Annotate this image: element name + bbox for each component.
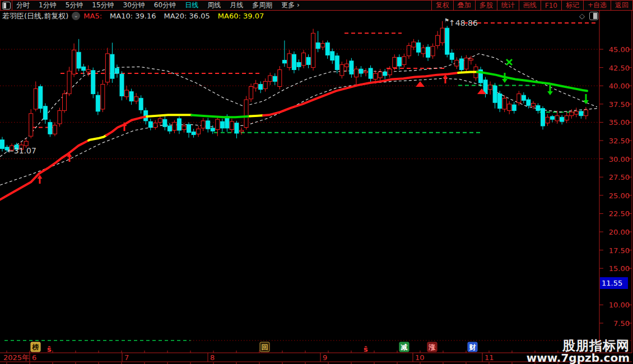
candle: [551, 116, 555, 119]
chevron-down-icon[interactable]: ⌄: [72, 12, 80, 20]
candle: [331, 52, 334, 60]
right-toolbar: 复权叠加多股统计画线F10标记+自选返回: [431, 1, 632, 10]
candle: [393, 57, 397, 67]
triangle-signal-icon: [416, 81, 425, 87]
candle: [464, 58, 468, 69]
candle: [345, 64, 348, 67]
tab-月线[interactable]: 月线: [230, 1, 243, 10]
candle: [201, 121, 205, 128]
candle: [120, 74, 124, 96]
candle: [565, 116, 569, 120]
candle: [282, 60, 286, 63]
event-s-marker[interactable]: ŝ: [47, 345, 52, 353]
candle: [450, 53, 454, 60]
candle: [445, 28, 449, 54]
candle: [340, 64, 344, 76]
candle: [459, 59, 463, 70]
button-+自选[interactable]: +自选: [583, 1, 611, 10]
layout-toggle-button[interactable]: [1, 1, 12, 10]
period-tabs: 分时1分钟5分钟15分钟30分钟60分钟日线周线月线多周期更多 ›: [12, 1, 431, 10]
candle: [182, 126, 186, 130]
candle: [498, 94, 502, 109]
candle: [86, 70, 90, 72]
candle: [139, 98, 143, 110]
tab-周线[interactable]: 周线: [207, 1, 221, 10]
candle: [134, 97, 138, 101]
candle: [383, 72, 387, 76]
sell-arrow-icon: [583, 94, 589, 104]
tab-多周期[interactable]: 多周期: [252, 1, 272, 10]
candle: [522, 95, 525, 100]
trend-line: [192, 115, 250, 117]
watermark-site-name: 股朋指标网: [527, 339, 630, 352]
candle: [216, 119, 220, 129]
candle: [426, 47, 430, 57]
candle: [397, 57, 401, 66]
month-label: 10: [415, 353, 425, 362]
stock-title: 若羽臣(日线,前复权): [0, 11, 68, 21]
candle: [431, 46, 435, 56]
candle: [268, 76, 272, 81]
candle: [259, 85, 263, 90]
trend-line: [147, 115, 192, 116]
candle: [436, 35, 440, 45]
y-axis-label: 17.50: [609, 246, 630, 255]
candle: [167, 126, 171, 131]
button-F10[interactable]: F10: [541, 1, 561, 10]
button-叠加[interactable]: 叠加: [453, 1, 475, 10]
candle: [469, 59, 473, 60]
y-axis-label: 10.00: [609, 301, 630, 309]
tab-分时[interactable]: 分时: [16, 1, 30, 10]
y-axis-label: 42.50: [609, 64, 630, 72]
event-s-marker[interactable]: ŝ: [364, 345, 368, 353]
candle: [63, 94, 67, 111]
tab-5分钟[interactable]: 5分钟: [66, 1, 83, 10]
tab-60分钟[interactable]: 60分钟: [154, 1, 176, 10]
candle: [278, 70, 282, 87]
button-统计[interactable]: 统计: [497, 1, 519, 10]
diamond-icon[interactable]: ◇: [579, 12, 585, 20]
candle: [541, 109, 545, 126]
candle: [325, 43, 329, 55]
candle: [187, 124, 191, 132]
candle: [48, 122, 52, 134]
chart-canvas[interactable]: ⚑↑48.86←31.0745.0042.5040.0037.5035.0032…: [0, 0, 633, 364]
candle: [1, 140, 4, 149]
button-复权[interactable]: 复权: [431, 1, 453, 10]
sell-arrow-icon: [547, 85, 553, 95]
candle: [584, 110, 588, 115]
y-axis-label: 30.00: [609, 155, 630, 164]
candle: [254, 83, 258, 88]
button-画线[interactable]: 画线: [519, 1, 541, 10]
tab-日线[interactable]: 日线: [185, 1, 198, 10]
tab-30分钟[interactable]: 30分钟: [123, 1, 145, 10]
candle: [560, 117, 564, 122]
y-axis-label: 22.50: [609, 209, 630, 218]
candle: [302, 53, 306, 66]
panel-right-icon[interactable]: [589, 12, 598, 20]
candle: [311, 33, 315, 67]
candle: [570, 112, 574, 116]
event-box-label: 涨: [429, 343, 436, 351]
tab-1分钟[interactable]: 1分钟: [39, 1, 57, 10]
candle: [321, 44, 325, 48]
event-box-label: 财: [469, 343, 476, 351]
candle: [158, 119, 162, 123]
candle: [364, 71, 368, 73]
candle: [77, 52, 81, 68]
candle: [574, 111, 578, 114]
candle: [173, 122, 176, 130]
y-axis-label: 40.00: [609, 82, 630, 90]
candle: [493, 86, 497, 102]
candle: [287, 54, 291, 68]
button-返回[interactable]: 返回: [611, 1, 632, 10]
button-标记[interactable]: 标记: [561, 1, 583, 10]
tab-更多[interactable]: 更多 ›: [281, 1, 300, 10]
candle: [230, 122, 234, 129]
y-axis-label: 15.00: [609, 264, 630, 273]
y-axis-label: 20.00: [609, 228, 630, 236]
candle: [220, 122, 224, 128]
candle: [211, 128, 215, 131]
button-多股[interactable]: 多股: [475, 1, 497, 10]
tab-15分钟[interactable]: 15分钟: [92, 1, 114, 10]
